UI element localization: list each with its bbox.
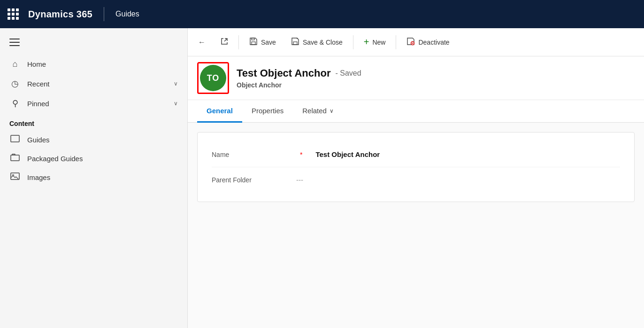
field-value-parent-folder[interactable]: ---	[296, 176, 303, 184]
tab-label: Related	[302, 107, 327, 115]
record-header: TO Test Object Anchor - Saved Object Anc…	[188, 56, 644, 100]
record-name: Test Object Anchor	[237, 67, 330, 79]
save-label: Save	[261, 39, 276, 46]
apps-icon[interactable]	[8, 8, 19, 20]
home-icon: ⌂	[9, 59, 21, 69]
sidebar-item-label: Pinned	[27, 100, 167, 108]
tab-related[interactable]: Related ∨	[293, 100, 343, 123]
svg-rect-4	[252, 42, 255, 45]
popout-icon	[221, 38, 228, 47]
sidebar-item-images[interactable]: Images	[0, 168, 187, 187]
record-status: - Saved	[335, 69, 361, 78]
sidebar-item-packaged-guides[interactable]: Packaged Guides	[0, 149, 187, 168]
svg-rect-6	[293, 42, 297, 45]
sidebar-item-label: Recent	[27, 80, 167, 88]
recent-icon: ◷	[9, 78, 21, 89]
required-indicator: *	[300, 151, 302, 158]
record-type: Object Anchor	[237, 81, 361, 89]
pin-icon: ⚲	[9, 98, 21, 109]
save-button[interactable]: Save	[243, 33, 283, 51]
sidebar-item-label: Guides	[27, 136, 50, 144]
plus-icon: +	[364, 37, 369, 47]
content-panel: ← Save	[188, 28, 644, 328]
chevron-down-icon: ∨	[330, 108, 334, 114]
tab-label: Properties	[252, 107, 284, 115]
form-content: Name * Test Object Anchor Parent Folder …	[188, 123, 644, 328]
tab-properties[interactable]: Properties	[242, 100, 293, 123]
field-value-name[interactable]: Test Object Anchor	[315, 150, 380, 158]
toolbar-separator	[238, 35, 239, 49]
top-navigation-bar: Dynamics 365 Guides	[0, 0, 644, 28]
deactivate-icon	[406, 37, 415, 47]
app-subtitle: Guides	[115, 10, 139, 18]
app-title: Dynamics 365	[28, 9, 92, 20]
sidebar-section-content: Content	[0, 113, 187, 130]
hamburger-menu[interactable]	[0, 34, 187, 51]
hamburger-icon[interactable]	[9, 39, 20, 46]
form-row-parent-folder: Parent Folder ---	[212, 167, 620, 192]
popout-button[interactable]	[214, 34, 235, 51]
record-info: Test Object Anchor - Saved Object Anchor	[237, 67, 361, 89]
tab-general[interactable]: General	[197, 100, 242, 123]
save-close-icon	[291, 37, 299, 47]
deactivate-button[interactable]: Deactivate	[400, 33, 456, 51]
chevron-down-icon: ∨	[174, 100, 178, 107]
packaged-guides-icon	[9, 154, 21, 163]
avatar-wrapper[interactable]: TO	[197, 62, 229, 94]
new-button[interactable]: + New	[357, 33, 392, 51]
deactivate-label: Deactivate	[418, 39, 449, 46]
form-row-name: Name * Test Object Anchor	[212, 142, 620, 167]
tabs-bar: General Properties Related ∨	[188, 100, 644, 123]
save-close-button[interactable]: Save & Close	[284, 33, 349, 51]
sidebar: ⌂ Home ◷ Recent ∨ ⚲ Pinned ∨ Content Gui…	[0, 28, 188, 328]
save-icon	[249, 37, 258, 47]
sidebar-item-label: Packaged Guides	[27, 155, 83, 163]
field-label-name: Name	[212, 151, 287, 158]
sidebar-item-guides[interactable]: Guides	[0, 130, 187, 149]
sidebar-item-pinned[interactable]: ⚲ Pinned ∨	[0, 94, 187, 113]
avatar: TO	[200, 65, 226, 91]
form-card: Name * Test Object Anchor Parent Folder …	[197, 132, 635, 202]
main-area: ⌂ Home ◷ Recent ∨ ⚲ Pinned ∨ Content Gui…	[0, 28, 644, 328]
toolbar-separator-2	[353, 35, 353, 49]
svg-rect-5	[252, 38, 254, 40]
field-label-parent-folder: Parent Folder	[212, 176, 287, 184]
save-close-label: Save & Close	[303, 39, 343, 46]
nav-divider	[104, 7, 104, 21]
images-icon	[9, 172, 21, 182]
chevron-down-icon: ∨	[174, 80, 178, 87]
toolbar-separator-3	[396, 35, 396, 49]
record-title-row: Test Object Anchor - Saved	[237, 67, 361, 79]
back-button[interactable]: ←	[192, 34, 212, 50]
guides-icon	[9, 135, 21, 144]
back-icon: ←	[198, 38, 206, 47]
svg-rect-1	[11, 155, 19, 161]
new-label: New	[372, 39, 385, 46]
avatar-initials: TO	[207, 73, 220, 83]
sidebar-item-recent[interactable]: ◷ Recent ∨	[0, 74, 187, 94]
svg-rect-0	[11, 135, 19, 142]
sidebar-item-label: Images	[27, 173, 50, 181]
tab-label: General	[207, 107, 233, 115]
sidebar-item-home[interactable]: ⌂ Home	[0, 55, 187, 74]
toolbar: ← Save	[188, 28, 644, 56]
sidebar-item-label: Home	[27, 60, 178, 68]
